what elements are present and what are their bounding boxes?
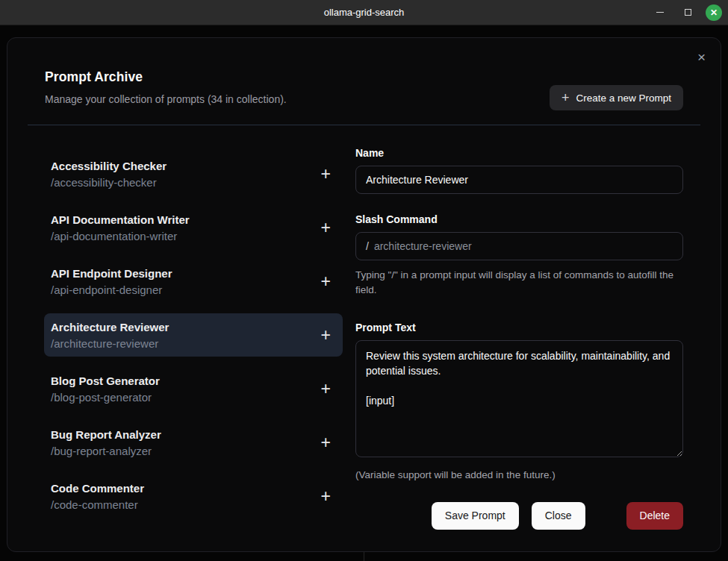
plus-icon: + — [321, 379, 331, 398]
prompt-item-slug: /blog-post-generator — [51, 391, 160, 404]
plus-icon: + — [321, 164, 331, 184]
prompt-list-item-api-endpoint-designer[interactable]: API Endpoint Designer /api-endpoint-desi… — [44, 260, 343, 303]
add-prompt-button[interactable]: + — [318, 380, 334, 398]
prompt-item-name: API Endpoint Designer — [51, 267, 172, 280]
dialog-title: Prompt Archive — [45, 69, 683, 85]
plus-icon: + — [561, 91, 570, 104]
prompt-item-name: Bug Report Analyzer — [51, 428, 161, 441]
prompt-item-name: Blog Post Generator — [51, 374, 160, 387]
window-titlebar: ollama-grid-search ✕ — [0, 0, 728, 25]
prompt-text-help-text: (Variable support will be added in the f… — [355, 468, 683, 483]
prompt-list-item-bug-report-analyzer[interactable]: Bug Report Analyzer /bug-report-analyzer… — [44, 421, 343, 464]
prompt-list-item-architecture-reviewer[interactable]: Architecture Reviewer /architecture-revi… — [44, 313, 343, 357]
prompt-item-slug: /accessibility-checker — [51, 176, 167, 189]
prompt-list-item-accessibility-checker[interactable]: Accessibility Checker /accessibility-che… — [44, 152, 343, 195]
create-new-prompt-label: Create a new Prompt — [576, 93, 671, 104]
delete-button[interactable]: Delete — [626, 502, 683, 530]
add-prompt-button[interactable]: + — [318, 434, 334, 451]
close-window-icon: ✕ — [710, 8, 718, 17]
dialog-header: Prompt Archive Manage your collection of… — [7, 38, 721, 105]
plus-icon: + — [321, 218, 331, 237]
minimize-icon — [656, 12, 664, 13]
slash-command-help-text: Typing "/" in a prompt input will displa… — [355, 268, 683, 298]
prompt-item-slug: /api-documentation-writer — [51, 230, 190, 242]
slash-command-input[interactable]: / architecture-reviewer — [355, 232, 683, 260]
prompt-item-name: Architecture Reviewer — [51, 321, 169, 333]
maximize-button[interactable] — [678, 3, 697, 22]
prompt-item-slug: /api-endpoint-designer — [51, 283, 172, 296]
prompt-edit-form: Name Slash Command / architecture-review… — [355, 147, 683, 530]
create-new-prompt-button[interactable]: + Create a new Prompt — [550, 85, 683, 110]
slash-command-value: architecture-reviewer — [374, 240, 472, 252]
prompt-item-slug: /architecture-reviewer — [51, 337, 169, 350]
save-prompt-button[interactable]: Save Prompt — [432, 502, 519, 530]
name-input[interactable] — [355, 166, 683, 194]
form-actions: Save Prompt Close Delete — [355, 502, 683, 530]
prompt-item-name: Accessibility Checker — [51, 160, 167, 172]
name-label: Name — [355, 147, 683, 159]
prompt-text-textarea[interactable]: Review this system architecture for scal… — [355, 340, 683, 457]
prompt-list: Accessibility Checker /accessibility-che… — [44, 152, 343, 530]
slash-command-label: Slash Command — [355, 213, 683, 225]
prompt-text-label: Prompt Text — [355, 322, 683, 333]
plus-icon: + — [321, 486, 331, 506]
plus-icon: + — [321, 433, 331, 452]
dialog-content: Accessibility Checker /accessibility-che… — [7, 125, 721, 530]
minimize-button[interactable] — [650, 3, 670, 22]
prompt-list-item-blog-post-generator[interactable]: Blog Post Generator /blog-post-generator… — [44, 367, 343, 410]
prompt-item-slug: /code-commenter — [51, 498, 144, 511]
window-controls: ✕ — [650, 0, 722, 25]
prompt-item-name: Code Commenter — [51, 482, 144, 495]
add-prompt-button[interactable]: + — [318, 219, 334, 236]
close-window-button[interactable]: ✕ — [706, 4, 722, 21]
close-button[interactable]: Close — [532, 502, 585, 530]
prompt-item-name: API Documentation Writer — [51, 213, 190, 226]
add-prompt-button[interactable]: + — [318, 488, 334, 505]
prompt-list-item-code-commenter[interactable]: Code Commenter /code-commenter + — [44, 474, 343, 518]
plus-icon: + — [321, 325, 331, 345]
add-prompt-button[interactable]: + — [318, 166, 334, 183]
slash-prefix: / — [366, 240, 369, 252]
add-prompt-button[interactable]: + — [318, 327, 334, 344]
prompt-item-slug: /bug-report-analyzer — [51, 445, 161, 457]
maximize-icon — [685, 9, 691, 16]
prompt-list-item-api-documentation-writer[interactable]: API Documentation Writer /api-documentat… — [44, 206, 343, 249]
prompt-archive-dialog: × Prompt Archive Manage your collection … — [7, 37, 721, 552]
add-prompt-button[interactable]: + — [318, 273, 334, 290]
background-app-divider — [364, 552, 364, 561]
window-title: ollama-grid-search — [324, 7, 405, 18]
plus-icon: + — [321, 272, 331, 291]
